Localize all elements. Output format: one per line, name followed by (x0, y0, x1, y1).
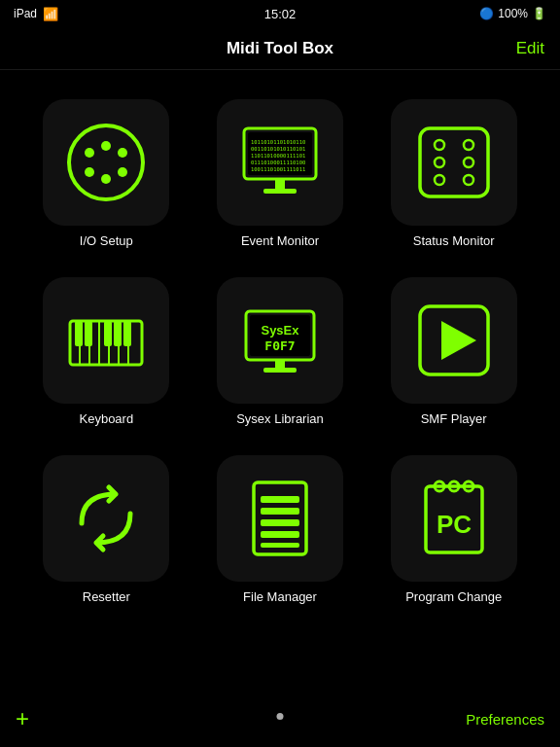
grid-item-program-change[interactable]: PC Program Change (376, 455, 531, 604)
add-button[interactable]: + (16, 705, 29, 732)
svg-rect-48 (261, 543, 299, 548)
event-monitor-icon: 10110101101010110 00110101010110101 1101… (236, 119, 324, 206)
svg-point-3 (101, 141, 111, 151)
svg-point-1 (85, 148, 94, 158)
file-manager-label: File Manager (243, 589, 317, 604)
icon-box-smf-player (391, 277, 517, 404)
svg-point-17 (435, 140, 444, 150)
svg-point-4 (101, 174, 111, 184)
svg-text:F0F7: F0F7 (264, 338, 295, 353)
keyboard-icon (62, 297, 150, 384)
grid-item-resetter[interactable]: Resetter (29, 455, 184, 604)
svg-text:11011010000111101: 11011010000111101 (251, 153, 305, 159)
icon-box-file-manager (217, 455, 343, 582)
io-setup-label: I/O Setup (80, 233, 133, 248)
edit-button[interactable]: Edit (516, 39, 544, 58)
bluetooth-icon: 🔵 (479, 7, 494, 20)
svg-point-21 (464, 158, 473, 167)
icon-box-event-monitor: 10110101101010110 00110101010110101 1101… (217, 99, 343, 226)
svg-text:00110101010110101: 00110101010110101 (251, 146, 305, 152)
svg-rect-33 (114, 321, 122, 346)
battery-label: 100% (498, 7, 528, 20)
svg-rect-40 (263, 368, 297, 373)
sysex-icon: SysEx F0F7 (236, 297, 324, 384)
svg-point-20 (464, 140, 473, 150)
grid-item-sysex[interactable]: SysEx F0F7 Sysex Librarian (203, 277, 358, 426)
svg-rect-47 (261, 531, 299, 538)
status-monitor-label: Status Monitor (413, 233, 495, 248)
svg-point-0 (69, 125, 143, 199)
event-monitor-label: Event Monitor (241, 233, 319, 248)
svg-text:10110101101010110: 10110101101010110 (251, 139, 305, 145)
battery-icon: 🔋 (532, 7, 546, 20)
grid-item-keyboard[interactable]: Keyboard (29, 277, 184, 426)
grid-item-status-monitor[interactable]: Status Monitor (376, 99, 531, 248)
status-bar-right: 🔵 100% 🔋 (479, 7, 546, 20)
status-bar-left: iPad 📶 (14, 7, 58, 21)
icon-box-keyboard (43, 277, 169, 404)
svg-point-18 (435, 158, 444, 167)
icon-box-sysex: SysEx F0F7 (217, 277, 343, 404)
icon-box-status-monitor (391, 99, 517, 226)
svg-rect-46 (261, 519, 299, 526)
svg-text:10011101001111011: 10011101001111011 (251, 166, 305, 172)
status-bar: iPad 📶 15:02 🔵 100% 🔋 (0, 0, 560, 27)
svg-rect-34 (123, 321, 131, 346)
bottom-bar: + Preferences (0, 698, 560, 747)
app-grid: I/O Setup 10110101101010110 001101010101… (0, 80, 560, 623)
grid-item-smf-player[interactable]: SMF Player (376, 277, 531, 426)
grid-item-event-monitor[interactable]: 10110101101010110 00110101010110101 1101… (203, 99, 358, 248)
smf-player-icon (410, 297, 498, 384)
title-bar: Midi Tool Box Edit (0, 27, 560, 70)
wifi-icon: 📶 (43, 7, 58, 21)
svg-rect-45 (261, 508, 299, 515)
sysex-label: Sysex Librarian (236, 411, 324, 426)
resetter-icon (62, 475, 150, 562)
program-change-label: Program Change (405, 589, 502, 604)
status-bar-time: 15:02 (264, 7, 297, 21)
device-label: iPad (14, 7, 37, 20)
icon-box-program-change: PC (391, 455, 517, 582)
svg-rect-31 (85, 321, 92, 346)
icon-box-io-setup (43, 99, 169, 226)
svg-point-6 (118, 167, 127, 177)
svg-rect-32 (104, 321, 112, 346)
svg-point-22 (464, 175, 473, 185)
svg-text:SysEx: SysEx (261, 323, 299, 338)
svg-text:PC: PC (437, 510, 472, 539)
io-setup-icon (62, 119, 150, 206)
app-title: Midi Tool Box (227, 39, 333, 58)
preferences-button[interactable]: Preferences (466, 711, 544, 728)
svg-rect-30 (75, 321, 83, 346)
svg-point-5 (118, 148, 127, 158)
svg-marker-42 (441, 321, 476, 360)
svg-point-19 (435, 175, 444, 185)
status-monitor-icon (410, 119, 498, 206)
svg-rect-16 (420, 128, 488, 196)
svg-rect-15 (263, 189, 297, 194)
svg-rect-14 (275, 179, 285, 189)
svg-rect-39 (275, 360, 285, 368)
svg-point-2 (85, 167, 94, 177)
program-change-icon: PC (410, 475, 498, 562)
svg-text:01110100011110100: 01110100011110100 (251, 160, 305, 165)
grid-item-io-setup[interactable]: I/O Setup (29, 99, 184, 248)
file-manager-icon (236, 475, 324, 562)
keyboard-label: Keyboard (80, 411, 134, 426)
grid-item-file-manager[interactable]: File Manager (203, 455, 358, 604)
icon-box-resetter (43, 455, 169, 582)
smf-player-label: SMF Player (421, 411, 487, 426)
svg-rect-44 (261, 496, 299, 503)
resetter-label: Resetter (83, 589, 130, 604)
